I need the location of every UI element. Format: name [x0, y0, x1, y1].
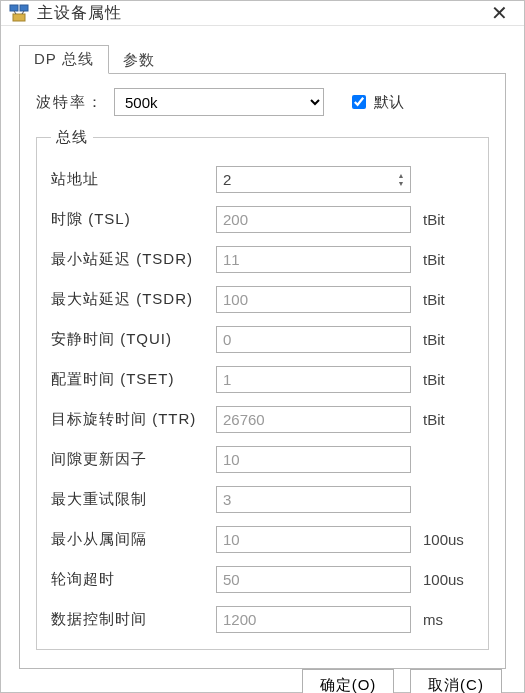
window-title: 主设备属性 — [37, 3, 484, 24]
ok-button[interactable]: 确定(O) — [302, 669, 394, 693]
baud-label: 波特率： — [36, 93, 104, 112]
gap-field — [216, 446, 411, 473]
gap-input — [216, 446, 411, 473]
ttr-input — [216, 406, 411, 433]
baud-row: 波特率： 500k 默认 — [36, 88, 489, 116]
titlebar: 主设备属性 ✕ — [1, 1, 524, 26]
retry-field — [216, 486, 411, 513]
svg-rect-0 — [10, 5, 18, 11]
default-checkbox-label: 默认 — [374, 93, 404, 112]
poll-input — [216, 566, 411, 593]
bus-group: 总线 站地址▲▼时隙 (TSL)tBit最小站延迟 (TSDR)tBit最大站延… — [36, 128, 489, 650]
tsl-label: 时隙 (TSL) — [51, 210, 216, 229]
addr-field: ▲▼ — [216, 166, 411, 193]
tqui-field — [216, 326, 411, 353]
maxtsdr-field — [216, 286, 411, 313]
field-row-maxtsdr: 最大站延迟 (TSDR)tBit — [51, 279, 474, 319]
ttr-field — [216, 406, 411, 433]
dctrl-label: 数据控制时间 — [51, 610, 216, 629]
tqui-unit: tBit — [423, 331, 445, 348]
maxtsdr-unit: tBit — [423, 291, 445, 308]
dialog-footer: 确定(O) 取消(C) — [1, 669, 524, 693]
addr-spinner[interactable]: ▲▼ — [393, 168, 409, 191]
field-row-mintsdr: 最小站延迟 (TSDR)tBit — [51, 239, 474, 279]
field-row-tset: 配置时间 (TSET)tBit — [51, 359, 474, 399]
tset-field — [216, 366, 411, 393]
dctrl-unit: ms — [423, 611, 443, 628]
field-row-retry: 最大重试限制 — [51, 479, 474, 519]
slave-input — [216, 526, 411, 553]
mintsdr-unit: tBit — [423, 251, 445, 268]
tab-params[interactable]: 参数 — [109, 47, 169, 74]
close-icon[interactable]: ✕ — [484, 1, 514, 25]
default-checkbox-wrap[interactable]: 默认 — [348, 92, 404, 112]
mintsdr-label: 最小站延迟 (TSDR) — [51, 250, 216, 269]
field-row-slave: 最小从属间隔100us — [51, 519, 474, 559]
app-icon — [9, 3, 29, 23]
retry-input — [216, 486, 411, 513]
tqui-input — [216, 326, 411, 353]
ttr-label: 目标旋转时间 (TTR) — [51, 410, 216, 429]
svg-rect-1 — [20, 5, 28, 11]
retry-label: 最大重试限制 — [51, 490, 216, 509]
mintsdr-field — [216, 246, 411, 273]
slave-field — [216, 526, 411, 553]
poll-label: 轮询超时 — [51, 570, 216, 589]
tsl-unit: tBit — [423, 211, 445, 228]
field-row-dctrl: 数据控制时间ms — [51, 599, 474, 639]
addr-spin-down-icon[interactable]: ▼ — [393, 180, 409, 187]
field-row-poll: 轮询超时100us — [51, 559, 474, 599]
field-row-tsl: 时隙 (TSL)tBit — [51, 199, 474, 239]
addr-input[interactable] — [216, 166, 411, 193]
dctrl-field — [216, 606, 411, 633]
dialog-window: 主设备属性 ✕ DP 总线 参数 波特率： 500k 默认 总线 站地址▲▼时隙… — [0, 0, 525, 693]
field-row-addr: 站地址▲▼ — [51, 159, 474, 199]
field-row-gap: 间隙更新因子 — [51, 439, 474, 479]
mintsdr-input — [216, 246, 411, 273]
content-area: DP 总线 参数 波特率： 500k 默认 总线 站地址▲▼时隙 (TSL)tB… — [1, 26, 524, 669]
tset-unit: tBit — [423, 371, 445, 388]
addr-label: 站地址 — [51, 170, 216, 189]
tsl-input — [216, 206, 411, 233]
baud-select[interactable]: 500k — [114, 88, 324, 116]
dctrl-input — [216, 606, 411, 633]
poll-field — [216, 566, 411, 593]
addr-spin-up-icon[interactable]: ▲ — [393, 172, 409, 179]
tqui-label: 安静时间 (TQUI) — [51, 330, 216, 349]
tab-dp-bus[interactable]: DP 总线 — [19, 45, 109, 74]
bus-group-legend: 总线 — [51, 128, 93, 147]
ttr-unit: tBit — [423, 411, 445, 428]
cancel-button[interactable]: 取消(C) — [410, 669, 502, 693]
field-row-tqui: 安静时间 (TQUI)tBit — [51, 319, 474, 359]
svg-rect-2 — [13, 14, 25, 21]
tset-input — [216, 366, 411, 393]
default-checkbox[interactable] — [352, 95, 366, 109]
field-row-ttr: 目标旋转时间 (TTR)tBit — [51, 399, 474, 439]
tset-label: 配置时间 (TSET) — [51, 370, 216, 389]
slave-label: 最小从属间隔 — [51, 530, 216, 549]
maxtsdr-input — [216, 286, 411, 313]
slave-unit: 100us — [423, 531, 464, 548]
tab-bar: DP 总线 参数 — [19, 44, 506, 74]
maxtsdr-label: 最大站延迟 (TSDR) — [51, 290, 216, 309]
gap-label: 间隙更新因子 — [51, 450, 216, 469]
tab-panel: 波特率： 500k 默认 总线 站地址▲▼时隙 (TSL)tBit最小站延迟 (… — [19, 74, 506, 669]
tsl-field — [216, 206, 411, 233]
poll-unit: 100us — [423, 571, 464, 588]
